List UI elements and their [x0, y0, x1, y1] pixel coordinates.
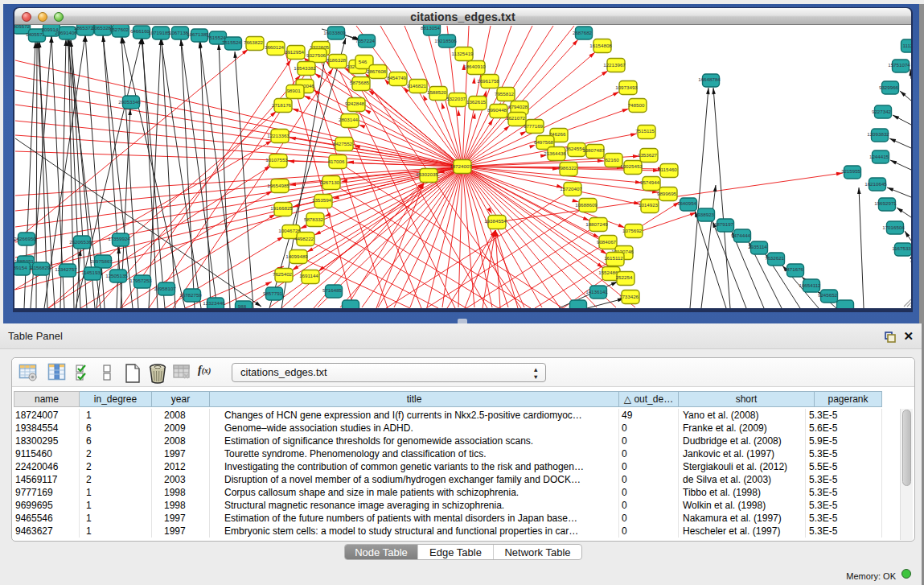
svg-text:1167533: 1167533 [892, 245, 911, 251]
svg-text:15720407: 15720407 [560, 186, 582, 192]
svg-text:16210645: 16210645 [864, 181, 887, 187]
svg-text:7625402: 7625402 [273, 271, 293, 277]
svg-text:9227342: 9227342 [872, 109, 892, 114]
svg-text:1075692: 1075692 [622, 228, 643, 233]
svg-text:8813054: 8813054 [421, 25, 441, 31]
svg-text:1065328: 1065328 [92, 25, 112, 31]
svg-text:2718176: 2718176 [272, 102, 292, 108]
svg-text:10025453: 10025453 [620, 163, 643, 169]
svg-text:5875685: 5875685 [350, 80, 370, 85]
svg-text:16033809: 16033809 [323, 30, 346, 35]
svg-text:3215955: 3215955 [841, 168, 861, 174]
svg-text:16648784: 16648784 [698, 76, 721, 82]
svg-text:10958107: 10958107 [154, 286, 176, 291]
svg-text:98901: 98901 [286, 88, 301, 93]
svg-text:6794028: 6794028 [508, 104, 528, 109]
svg-text:8427552: 8427552 [333, 141, 353, 146]
svg-text:26266950: 26266950 [14, 236, 36, 241]
svg-text:7357224: 7357224 [355, 38, 376, 43]
svg-text:62160: 62160 [605, 157, 619, 163]
svg-text:16154808: 16154808 [589, 43, 612, 48]
svg-text:7955812: 7955812 [495, 91, 515, 97]
svg-text:9115460: 9115460 [658, 167, 677, 172]
svg-text:1588520: 1588520 [427, 89, 447, 95]
svg-text:6466160: 6466160 [130, 28, 150, 34]
svg-text:17016504: 17016504 [882, 225, 905, 230]
svg-text:17359924: 17359924 [108, 236, 130, 241]
svg-text:11156829: 11156829 [29, 265, 51, 270]
svg-text:10654112: 10654112 [799, 282, 821, 288]
svg-text:2867608: 2867608 [367, 68, 387, 74]
svg-text:1112: 1112 [903, 43, 911, 48]
svg-text:748500: 748500 [628, 102, 645, 108]
svg-text:5716485: 5716485 [322, 287, 343, 293]
svg-text:1014923: 1014923 [639, 202, 659, 208]
svg-text:15751074: 15751074 [888, 62, 910, 68]
svg-text:1353627: 1353627 [638, 152, 658, 158]
svg-text:9267130: 9267130 [320, 179, 340, 185]
svg-text:7663822: 7663822 [244, 39, 264, 45]
svg-text:2803144: 2803144 [339, 117, 359, 122]
svg-text:10543382: 10543382 [294, 65, 316, 71]
svg-text:988: 988 [238, 303, 247, 308]
svg-text:12093832: 12093832 [867, 131, 889, 137]
svg-text:15692971: 15692971 [874, 200, 897, 206]
svg-text:1615112: 1615112 [604, 255, 623, 261]
svg-text:9574944: 9574944 [640, 179, 660, 185]
svg-text:9857791: 9857791 [263, 290, 283, 296]
svg-text:9146821: 9146821 [407, 83, 427, 89]
svg-text:12342757: 12342757 [55, 266, 77, 272]
svg-text:1405572: 1405572 [14, 25, 31, 29]
svg-text:7632621: 7632621 [765, 255, 785, 261]
svg-text:39154: 39154 [14, 265, 27, 270]
svg-text:19654985: 19654985 [267, 183, 290, 188]
svg-text:9327506: 9327506 [306, 52, 326, 58]
svg-text:8186328: 8186328 [326, 57, 347, 63]
svg-text:10688609: 10688609 [575, 202, 598, 208]
svg-text:9084067: 9084067 [597, 239, 617, 245]
svg-text:11325419: 11325419 [451, 51, 474, 56]
svg-text:16782759: 16782759 [179, 292, 202, 298]
svg-text:1865372: 1865372 [74, 25, 94, 31]
svg-text:3660124: 3660124 [265, 44, 285, 50]
svg-text:252254: 252254 [616, 274, 633, 280]
svg-text:20691406: 20691406 [55, 30, 77, 35]
svg-text:8454749: 8454749 [387, 75, 407, 80]
svg-text:546: 546 [359, 59, 368, 64]
svg-text:14099489: 14099489 [285, 253, 308, 259]
svg-text:4498222: 4498222 [294, 236, 314, 241]
svg-text:19218506: 19218506 [434, 38, 457, 43]
svg-text:417006: 417006 [328, 159, 345, 164]
svg-text:3912954: 3912954 [285, 49, 305, 55]
svg-text:12505135: 12505135 [105, 273, 128, 278]
svg-text:9777169: 9777169 [524, 123, 544, 129]
svg-text:10107553: 10107553 [265, 157, 288, 163]
svg-text:21364436: 21364436 [544, 150, 566, 156]
svg-text:10719185: 10719185 [148, 30, 170, 35]
svg-text:9899695: 9899695 [657, 191, 677, 196]
svg-text:6879197: 6879197 [714, 221, 734, 227]
svg-text:20975867: 20975867 [90, 258, 113, 264]
svg-text:1362615: 1362615 [466, 99, 487, 105]
svg-text:17957253: 17957253 [129, 278, 152, 283]
svg-text:5938923: 5938923 [695, 212, 715, 217]
svg-text:18807249: 18807249 [585, 221, 608, 227]
svg-text:1353594: 1353594 [312, 197, 332, 203]
svg-text:12323446: 12323446 [203, 300, 225, 306]
svg-text:5322037: 5322037 [446, 96, 466, 101]
svg-text:6497568: 6497568 [534, 139, 554, 145]
svg-text:2935114: 2935114 [748, 244, 767, 249]
svg-text:1733426: 1733426 [619, 294, 639, 299]
svg-text:9242848: 9242848 [345, 101, 365, 106]
svg-text:9245652: 9245652 [818, 292, 838, 298]
svg-text:16961758: 16961758 [477, 78, 499, 84]
svg-text:8471676: 8471676 [784, 266, 804, 272]
svg-text:10807487: 10807487 [582, 147, 605, 153]
svg-text:1691144: 1691144 [299, 273, 318, 278]
svg-text:19166825: 19166825 [270, 205, 293, 211]
svg-text:7515115: 7515115 [635, 128, 655, 134]
svg-text:5878332: 5878332 [304, 216, 324, 222]
svg-text:18640910: 18640910 [463, 64, 486, 69]
svg-text:1527602: 1527602 [109, 27, 129, 32]
svg-text:12213363: 12213363 [267, 133, 290, 138]
